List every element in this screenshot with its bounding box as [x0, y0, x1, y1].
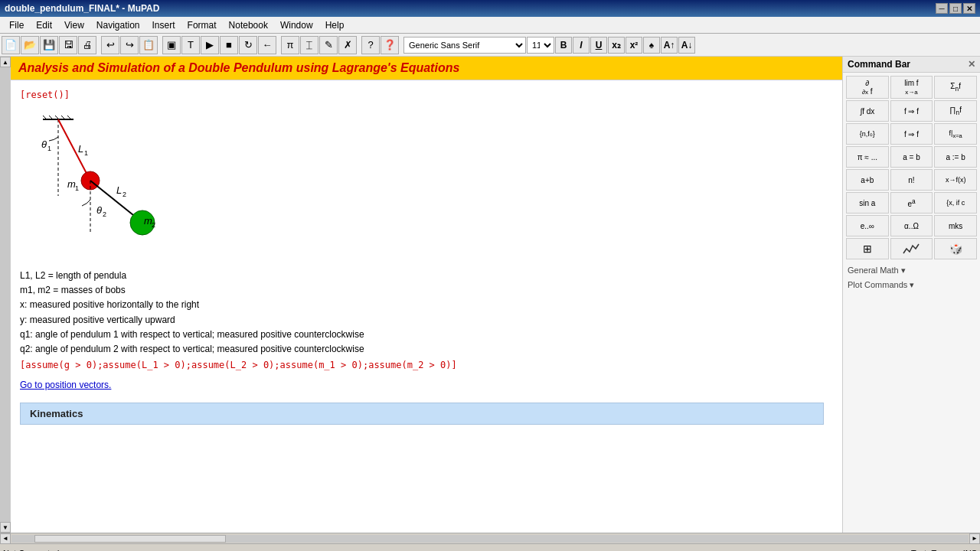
special-button[interactable]: ⌶	[300, 36, 318, 54]
help2-button[interactable]: ❓	[381, 36, 399, 54]
main-container: ▲ ▼ Analysis and Simulation of a Double …	[0, 57, 980, 533]
cmd-sequence[interactable]: {n,f₀}	[846, 123, 889, 145]
svg-text:θ: θ	[96, 204, 102, 216]
command-bar-close-button[interactable]: ✕	[968, 59, 975, 70]
title-bar: double_pendulum_FINAL* - MuPAD ─ □ ✕	[0, 0, 980, 17]
cmd-range[interactable]: α..Ω	[890, 215, 933, 236]
scroll-right-arrow[interactable]: ►	[969, 533, 980, 544]
cmd-limit[interactable]: lim fx→a	[890, 76, 933, 99]
cmd-assign[interactable]: a := b	[934, 146, 977, 168]
input-mode-button[interactable]: ▣	[162, 36, 181, 54]
scroll-track[interactable]	[0, 67, 10, 522]
title-bar-controls: ─ □ ✕	[936, 3, 975, 14]
cmd-plot3d[interactable]: 🎲	[934, 238, 977, 259]
undo-button[interactable]: ↩	[101, 36, 119, 54]
scroll-up-arrow[interactable]: ▲	[0, 57, 11, 67]
cmd-function[interactable]: f ⇒ f	[890, 123, 933, 145]
font-smaller-button[interactable]: A↓	[678, 37, 695, 54]
var-desc-3: x: measured positive horizontally to the…	[20, 298, 833, 312]
superscript-button[interactable]: x²	[626, 37, 642, 54]
special2-button[interactable]: ♠	[643, 37, 660, 54]
copy-button[interactable]: 📋	[139, 36, 158, 54]
scroll-track[interactable]	[11, 535, 969, 543]
var-desc-4: y: measured positive vertically upward	[20, 313, 833, 328]
cmd-partial[interactable]: ∂∂x f	[846, 76, 889, 99]
banner-text: Analysis and Simulation of a Double Pend…	[18, 61, 459, 74]
save-button[interactable]: 💾	[40, 36, 58, 54]
comment-button[interactable]: ✎	[319, 36, 338, 54]
status-mode: Text+Trg	[911, 549, 944, 552]
plot-commands-section[interactable]: Plot Commands ▾	[843, 277, 980, 292]
cmd-sin[interactable]: sin a	[846, 192, 889, 214]
menu-navigation[interactable]: Navigation	[90, 18, 146, 32]
cmd-add[interactable]: a+b	[846, 169, 889, 191]
status-connection: Not Connected	[3, 549, 59, 552]
cmd-exp[interactable]: ea	[890, 192, 933, 214]
cmd-series[interactable]: e..∞	[846, 215, 889, 236]
cmd-approx[interactable]: π ≈ ...	[846, 146, 889, 168]
menu-view[interactable]: View	[58, 18, 90, 32]
evaluate-button[interactable]: ▶	[201, 36, 219, 54]
menu-help[interactable]: Help	[319, 18, 351, 32]
cmd-factorial[interactable]: n!	[890, 169, 933, 191]
var-desc-6: q2: angle of pendulum 2 with respect to …	[20, 342, 833, 357]
cmd-piecewise[interactable]: {x, if c	[934, 192, 977, 214]
cmd-product[interactable]: ∏nf	[934, 100, 977, 122]
menu-file[interactable]: File	[3, 18, 30, 32]
refresh-button[interactable]: ↻	[239, 36, 257, 54]
underline-button[interactable]: U	[590, 37, 607, 54]
menu-insert[interactable]: Insert	[146, 18, 181, 32]
bold-button[interactable]: B	[555, 37, 572, 54]
status-insert: INS	[963, 549, 977, 552]
help-button[interactable]: ?	[361, 36, 380, 54]
scroll-thumb[interactable]	[34, 535, 226, 543]
var-desc-2: m1, m2 = masses of bobs	[20, 283, 833, 298]
notebook-area[interactable]: Analysis and Simulation of a Double Pend…	[11, 57, 842, 533]
cmd-units[interactable]: mks	[934, 215, 977, 236]
delete-button[interactable]: ✗	[338, 36, 357, 54]
kinematics-section: Kinematics	[20, 403, 824, 425]
cmd-substitution[interactable]: f|x=a	[934, 123, 977, 145]
cmd-sum[interactable]: Σnf	[934, 76, 977, 99]
cmd-matrix[interactable]: ⊞	[846, 238, 889, 259]
stop-button[interactable]: ■	[220, 36, 238, 54]
cmd-map[interactable]: x→f(x)	[934, 169, 977, 191]
menu-notebook[interactable]: Notebook	[223, 18, 274, 32]
size-selector[interactable]: 11 12 14	[527, 37, 554, 54]
scroll-down-arrow[interactable]: ▼	[0, 522, 11, 533]
menu-format[interactable]: Format	[181, 18, 223, 32]
italic-button[interactable]: I	[573, 37, 590, 54]
open-button[interactable]: 📂	[21, 36, 39, 54]
maximize-button[interactable]: □	[949, 3, 962, 14]
scroll-left-arrow[interactable]: ◄	[0, 533, 11, 544]
menu-window[interactable]: Window	[274, 18, 319, 32]
save-as-button[interactable]: 🖫	[59, 36, 77, 54]
print-button[interactable]: 🖨	[78, 36, 96, 54]
minimize-button[interactable]: ─	[936, 3, 948, 14]
menu-edit[interactable]: Edit	[30, 18, 58, 32]
banner: Analysis and Simulation of a Double Pend…	[11, 57, 842, 80]
general-math-section[interactable]: General Math ▾	[843, 262, 980, 277]
text-mode-button[interactable]: T	[181, 36, 200, 54]
svg-text:2: 2	[103, 210, 106, 218]
cmd-implies[interactable]: f ⇒ f	[890, 100, 933, 122]
cmd-plot2d[interactable]	[890, 238, 933, 259]
cmd-integral[interactable]: ∫f dx	[846, 100, 889, 122]
var-desc-1: L1, L2 = length of pendula	[20, 269, 833, 283]
font-bigger-button[interactable]: A↑	[661, 37, 678, 54]
left-scrollbar[interactable]: ▲ ▼	[0, 57, 11, 533]
redo-button[interactable]: ↪	[120, 36, 139, 54]
close-button[interactable]: ✕	[963, 3, 975, 14]
command-bar-title: Command Bar	[848, 59, 910, 70]
new-button[interactable]: 📄	[2, 36, 20, 54]
cmd-equals[interactable]: a = b	[890, 146, 933, 168]
pi-button[interactable]: π	[281, 36, 299, 54]
command-bar: Command Bar ✕ ∂∂x f lim fx→a Σnf ∫f dx f…	[842, 57, 980, 533]
position-vectors-link[interactable]: Go to position vectors.	[20, 380, 111, 390]
svg-text:2: 2	[152, 221, 155, 229]
horizontal-scrollbar[interactable]: ◄ ►	[0, 533, 980, 543]
back-button[interactable]: ←	[258, 36, 276, 54]
svg-text:L: L	[78, 143, 83, 155]
font-selector[interactable]: Generic Sans Serif	[403, 37, 526, 54]
subscript-button[interactable]: x₂	[608, 37, 625, 54]
